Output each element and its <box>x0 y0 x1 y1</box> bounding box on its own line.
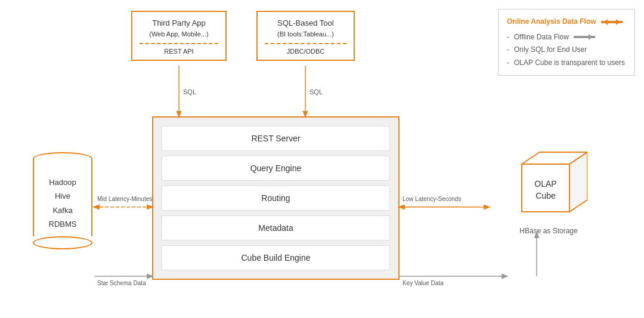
legend-title: Online Analysis Data Flow <box>507 16 626 29</box>
rest-api-label: REST API <box>140 43 218 55</box>
sql-tool-app-label: SQL-Based Tool <box>277 18 333 27</box>
svg-text:Mid Latency-Minutes: Mid Latency-Minutes <box>97 196 152 202</box>
svg-text:Key Value Data: Key Value Data <box>402 280 444 286</box>
olap-cube: OLAP Cube HBase as Storage <box>510 146 587 235</box>
legend-online-label: Online Analysis Data Flow <box>507 16 596 29</box>
legend-box: Online Analysis Data Flow - Offline Data… <box>498 9 635 76</box>
third-party-sub: (Web App, Mobile...) <box>149 30 208 38</box>
legend-sql-label2: OLAP Cube is transparent to users <box>514 57 625 70</box>
legend-offline-label: Offline Data Flow <box>514 31 569 44</box>
hadoop-line3: Kafka <box>34 203 91 217</box>
sql-tool-box: SQL-Based Tool (BI tools:Tableau...) JDB… <box>256 11 355 61</box>
cube-svg: OLAP Cube <box>510 146 587 224</box>
hadoop-line1: Hadoop <box>34 175 91 189</box>
svg-text:Cube: Cube <box>535 191 556 200</box>
svg-text:SQL: SQL <box>309 88 323 95</box>
legend-olap-row: - OLAP Cube is transparent to users <box>507 57 626 70</box>
svg-text:Low Latency-Seconds: Low Latency-Seconds <box>402 196 461 202</box>
legend-dash3: - <box>507 57 509 70</box>
third-party-box: Third Party App (Web App, Mobile...) RES… <box>131 11 227 61</box>
legend-gray-arrow <box>574 36 595 38</box>
legend-dash2: - <box>507 44 509 57</box>
hadoop-cylinder: Hadoop Hive Kafka RDBMS <box>33 152 92 249</box>
sql-tool-sub: (BI tools:Tableau...) <box>277 30 334 38</box>
svg-text:Star Schema Data: Star Schema Data <box>97 280 146 286</box>
svg-text:OLAP: OLAP <box>534 179 556 189</box>
svg-text:SQL: SQL <box>183 88 196 95</box>
query-engine-row: Query Engine <box>162 156 390 181</box>
legend-sql-label1: Only SQL for End User <box>514 44 587 57</box>
legend-sql-row: - Only SQL for End User <box>507 44 626 57</box>
routing-row: Routing <box>162 186 390 211</box>
jdbc-odbc-label: JDBC/ODBC <box>265 43 346 55</box>
hadoop-line2: Hive <box>34 189 91 203</box>
third-party-app-label: Third Party App <box>152 18 206 27</box>
metadata-row: Metadata <box>162 215 390 240</box>
main-center-box: REST Server Query Engine Routing Metadat… <box>152 116 400 280</box>
cube-build-engine-row: Cube Build Engine <box>162 245 390 270</box>
cylinder-bottom <box>33 236 92 249</box>
legend-offline-row: - Offline Data Flow <box>507 31 626 44</box>
sql-tool-title: SQL-Based Tool (BI tools:Tableau...) <box>265 18 346 39</box>
rest-server-row: REST Server <box>162 126 390 151</box>
legend-orange-arrow <box>601 21 623 23</box>
hbase-storage-label: HBase as Storage <box>510 227 587 235</box>
hadoop-line4: RDBMS <box>34 217 91 231</box>
third-party-title: Third Party App (Web App, Mobile...) <box>140 18 218 39</box>
cylinder-shape: Hadoop Hive Kafka RDBMS <box>33 152 92 249</box>
diagram-container: Online Analysis Data Flow - Offline Data… <box>0 0 644 318</box>
hadoop-text: Hadoop Hive Kafka RDBMS <box>34 175 91 231</box>
legend-dash: - <box>507 31 509 44</box>
